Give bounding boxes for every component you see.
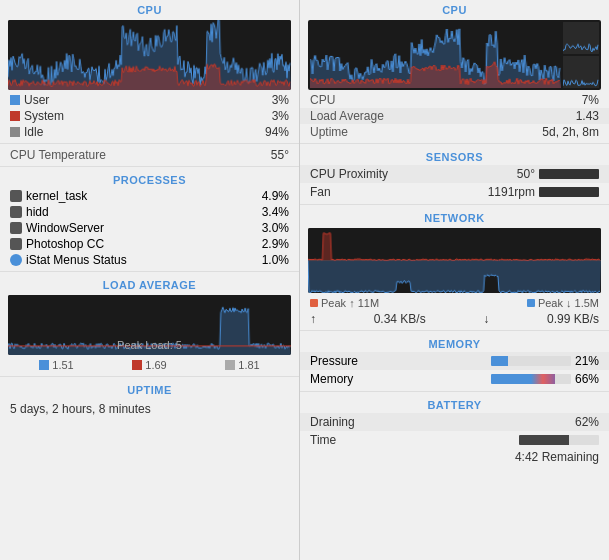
network-section: NETWORK Peak ↑ 11M Peak ↓ 1.5M ↑ 0.34 KB…	[300, 208, 609, 327]
load-avg-legend: 1.51 1.69 1.81	[0, 357, 299, 373]
cpu-chart-left	[8, 20, 291, 90]
uptime-row: Uptime 5d, 2h, 8m	[300, 124, 609, 140]
right-panel: CPU CPU 7% Load Average 1.43 Uptime	[300, 0, 609, 560]
uptime-value-r: 5d, 2h, 8m	[542, 125, 599, 139]
processes-title: PROCESSES	[0, 170, 299, 188]
cpu-temp-label: CPU Temperature	[10, 148, 106, 162]
peak-up-dot	[310, 299, 318, 307]
cpu-usage-row: CPU 7%	[300, 92, 609, 108]
uptime-section: UPTIME 5 days, 2 hours, 8 minutes	[0, 380, 299, 420]
sensor-bar-1	[539, 187, 599, 197]
sensor-row-1: Fan 1191rpm	[300, 183, 609, 201]
draining-value: 62%	[575, 415, 599, 429]
load-avg-title: LOAD AVERAGE	[0, 275, 299, 293]
battery-time-value-row: 4:42 Remaining	[300, 449, 609, 465]
peak-down-dot	[527, 299, 535, 307]
peak-down-label: Peak ↓	[538, 297, 572, 309]
proc-name-1: hidd	[26, 205, 49, 219]
idle-color-dot	[10, 127, 20, 137]
proc-row-3: Photoshop CC 2.9%	[10, 236, 289, 252]
proc-val-2: 3.0%	[262, 221, 289, 235]
cpu-stat-user: User 3%	[0, 92, 299, 108]
peak-load-label: Peak Load: 5	[8, 339, 291, 351]
sensors-title: SENSORS	[300, 147, 609, 165]
memory-pressure-row: Pressure 21%	[300, 352, 609, 370]
proc-icon-1	[10, 206, 22, 218]
memory-section: MEMORY Pressure 21% Memory 66%	[300, 334, 609, 388]
cpu-usage-value: 7%	[582, 93, 599, 107]
pressure-bar	[491, 356, 571, 366]
network-legend: Peak ↑ 11M Peak ↓ 1.5M	[300, 295, 609, 311]
proc-icon-4	[10, 254, 22, 266]
proc-name-3: Photoshop CC	[26, 237, 104, 251]
sensor-label-0: CPU Proximity	[310, 167, 388, 181]
sensor-val-0: 50°	[517, 167, 535, 181]
proc-name-0: kernel_task	[26, 189, 87, 203]
cpu-section-right: CPU CPU 7% Load Average 1.43 Uptime	[300, 0, 609, 140]
down-speed: 0.99 KB/s	[547, 312, 599, 326]
battery-draining-row: Draining 62%	[300, 413, 609, 431]
load-dot-0	[39, 360, 49, 370]
load-val-0: 1.51	[52, 359, 73, 371]
pressure-label: Pressure	[310, 354, 358, 368]
proc-icon-0	[10, 190, 22, 202]
load-avg-row: Load Average 1.43	[300, 108, 609, 124]
network-title: NETWORK	[300, 208, 609, 226]
proc-val-1: 3.4%	[262, 205, 289, 219]
cpu-temp-value: 55°	[271, 148, 289, 162]
battery-section: BATTERY Draining 62% Time 4:42 Remaining	[300, 395, 609, 465]
network-speeds: ↑ 0.34 KB/s ↓ 0.99 KB/s	[300, 311, 609, 327]
cpu-title-right: CPU	[300, 0, 609, 18]
proc-row-0: kernel_task 4.9%	[10, 188, 289, 204]
load-avg-label: Load Average	[310, 109, 384, 123]
battery-time-value: 4:42 Remaining	[515, 450, 599, 464]
peak-down-value: 1.5M	[575, 297, 599, 309]
network-chart	[308, 228, 601, 293]
user-label: User	[24, 93, 49, 107]
cpu-stat-system: System 3%	[0, 108, 299, 124]
uptime-title: UPTIME	[0, 380, 299, 398]
proc-row-4: iStat Menus Status 1.0%	[10, 252, 289, 268]
cpu-mini-charts	[563, 22, 599, 88]
up-arrow: ↑	[310, 312, 316, 326]
battery-bar	[519, 435, 599, 445]
left-panel: CPU User 3% System 3% Idle 94%	[0, 0, 300, 560]
memory-value: 66%	[575, 372, 599, 386]
proc-val-0: 4.9%	[262, 189, 289, 203]
pressure-value: 21%	[575, 354, 599, 368]
proc-name-4: iStat Menus Status	[26, 253, 127, 267]
sensors-section: SENSORS CPU Proximity 50° Fan 1191rpm	[300, 147, 609, 201]
load-val-2: 1.81	[238, 359, 259, 371]
cpu-usage-label: CPU	[310, 93, 335, 107]
sensor-row-0: CPU Proximity 50°	[300, 165, 609, 183]
system-value: 3%	[272, 109, 289, 123]
processes-list: kernel_task 4.9% hidd 3.4% WindowServer …	[0, 188, 299, 268]
load-val-1: 1.69	[145, 359, 166, 371]
cpu-mini-2	[563, 56, 599, 88]
sensor-val-1: 1191rpm	[488, 185, 535, 199]
peak-up-value: 11M	[358, 297, 379, 309]
up-speed: 0.34 KB/s	[374, 312, 426, 326]
uptime-value: 5 days, 2 hours, 8 minutes	[0, 398, 299, 420]
sensor-label-1: Fan	[310, 185, 331, 199]
cpu-chart-right	[308, 20, 601, 90]
load-average-section: LOAD AVERAGE Peak Load: 5 1.51 1.69 1.81	[0, 275, 299, 373]
peak-up-label: Peak ↑	[321, 297, 355, 309]
load-dot-2	[225, 360, 235, 370]
sensor-bar-0	[539, 169, 599, 179]
battery-time-row: Time	[300, 431, 609, 449]
proc-name-2: WindowServer	[26, 221, 104, 235]
load-avg-value: 1.43	[576, 109, 599, 123]
user-color-dot	[10, 95, 20, 105]
load-dot-1	[132, 360, 142, 370]
load-avg-chart: Peak Load: 5	[8, 295, 291, 355]
processes-section: PROCESSES kernel_task 4.9% hidd 3.4%	[0, 170, 299, 268]
proc-row-1: hidd 3.4%	[10, 204, 289, 220]
memory-label: Memory	[310, 372, 353, 386]
proc-row-2: WindowServer 3.0%	[10, 220, 289, 236]
system-label: System	[24, 109, 64, 123]
proc-val-4: 1.0%	[262, 253, 289, 267]
cpu-temp-row: CPU Temperature 55°	[0, 147, 299, 163]
idle-value: 94%	[265, 125, 289, 139]
cpu-title-left: CPU	[0, 0, 299, 18]
